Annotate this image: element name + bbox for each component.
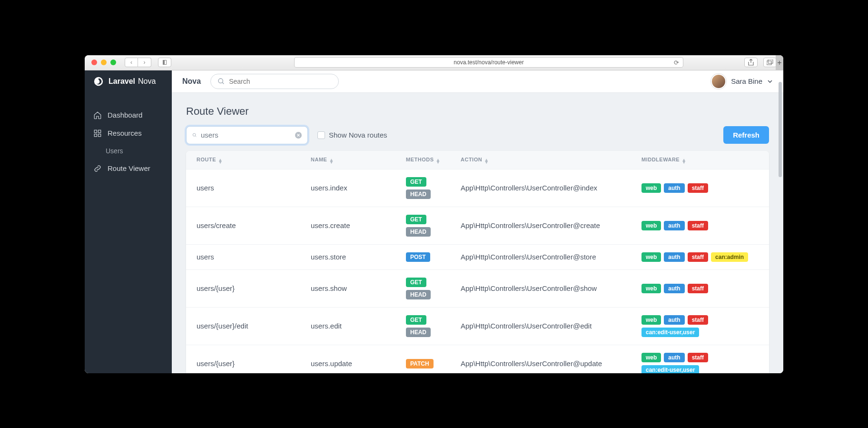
home-icon — [93, 111, 102, 119]
sidebar-label-resources: Resources — [108, 129, 142, 137]
cell-middleware: webauthstaffcan:edit-user,user — [636, 345, 769, 373]
middleware-badge: web — [641, 252, 661, 262]
cell-name: users.index — [305, 169, 400, 207]
cell-name: users.store — [305, 244, 400, 269]
reload-icon[interactable]: ⟳ — [674, 59, 679, 66]
cell-action: App\Http\Controllers\UserController@upda… — [455, 345, 636, 373]
cell-route: users/create — [186, 207, 305, 244]
table-row: users users.store POST App\Http\Controll… — [186, 244, 769, 269]
share-button[interactable] — [744, 58, 758, 67]
middleware-badge: web — [641, 284, 661, 293]
method-badge: GET — [406, 215, 426, 224]
sort-icon: ▲▼ — [218, 159, 223, 163]
middleware-badge: auth — [664, 252, 684, 262]
minimize-window-button[interactable] — [101, 60, 107, 65]
middleware-badge: web — [641, 183, 661, 193]
search-icon — [192, 131, 197, 139]
method-badge: GET — [406, 177, 426, 187]
brand-name-1: Laravel — [108, 77, 135, 86]
cell-middleware: webauthstaffcan:admin — [636, 244, 769, 269]
sidebar: Laravel Nova Dashboard Resources Users R… — [85, 70, 172, 373]
close-window-button[interactable] — [91, 60, 97, 65]
search-icon — [217, 78, 225, 85]
cell-action: App\Http\Controllers\UserController@crea… — [455, 207, 636, 244]
cell-methods: GETHEAD — [400, 207, 455, 244]
checkbox-icon — [317, 131, 325, 139]
grid-icon — [93, 129, 102, 138]
middleware-badge: auth — [664, 284, 684, 293]
middleware-badge: web — [641, 221, 661, 230]
routes-table-card: Route▲▼ Name▲▼ Methods▲▼ Action▲▼ Middle… — [186, 151, 769, 373]
sort-icon: ▲▼ — [681, 159, 686, 163]
clear-filter-icon[interactable] — [295, 132, 302, 139]
svg-rect-5 — [99, 134, 101, 136]
col-action[interactable]: Action▲▼ — [455, 151, 636, 169]
middleware-badge: can:admin — [711, 252, 748, 262]
filter-input[interactable] — [201, 131, 291, 139]
middleware-badge: staff — [688, 353, 708, 362]
cell-name: users.update — [305, 345, 400, 373]
cell-route: users/{user} — [186, 269, 305, 307]
global-search-input[interactable] — [229, 78, 332, 85]
tabs-button[interactable] — [763, 58, 777, 67]
middleware-badge: staff — [688, 183, 708, 193]
user-menu[interactable]: Sara Bine — [711, 74, 773, 89]
col-methods[interactable]: Methods▲▼ — [400, 151, 455, 169]
cell-middleware: webauthstaff — [636, 169, 769, 207]
middleware-badge: auth — [664, 221, 684, 230]
method-badge: HEAD — [406, 290, 431, 299]
refresh-button[interactable]: Refresh — [723, 126, 769, 144]
table-row: users/{user} users.show GETHEAD App\Http… — [186, 269, 769, 307]
back-button[interactable]: ‹ — [125, 58, 138, 67]
chevron-down-icon — [767, 79, 773, 84]
sidebar-item-resources[interactable]: Resources — [85, 124, 172, 142]
scrollbar[interactable] — [779, 82, 782, 177]
topbar: Nova Sara Bine — [172, 70, 783, 93]
table-row: users users.index GETHEAD App\Http\Contr… — [186, 169, 769, 207]
middleware-badge: staff — [688, 284, 708, 293]
sort-icon: ▲▼ — [484, 159, 489, 163]
middleware-badge: auth — [664, 315, 684, 325]
sidebar-toggle-button[interactable] — [158, 58, 171, 67]
table-row: users/{user} users.update PATCH App\Http… — [186, 345, 769, 373]
sidebar-item-users[interactable]: Users — [85, 142, 172, 159]
svg-rect-4 — [94, 134, 97, 136]
svg-rect-0 — [767, 61, 771, 65]
global-search[interactable] — [210, 74, 339, 89]
maximize-window-button[interactable] — [110, 60, 116, 65]
middleware-badge: web — [641, 353, 661, 362]
cell-action: App\Http\Controllers\UserController@show — [455, 269, 636, 307]
col-route[interactable]: Route▲▼ — [186, 151, 305, 169]
middleware-badge: staff — [688, 221, 708, 230]
filter-search[interactable] — [186, 126, 308, 144]
new-tab-button[interactable]: + — [776, 55, 783, 70]
method-badge: POST — [406, 252, 430, 262]
method-badge: HEAD — [406, 328, 431, 337]
col-middleware[interactable]: Middleware▲▼ — [636, 151, 769, 169]
cell-middleware: webauthstaff — [636, 269, 769, 307]
cell-route: users — [186, 244, 305, 269]
cell-methods: PATCH — [400, 345, 455, 373]
method-badge: GET — [406, 315, 426, 325]
url-bar[interactable]: nova.test/nova/route-viewer ⟳ — [294, 57, 683, 68]
cell-middleware: webauthstaffcan:edit-user,user — [636, 307, 769, 345]
sidebar-item-route-viewer[interactable]: Route Viewer — [85, 159, 172, 178]
forward-button[interactable]: › — [138, 58, 151, 67]
table-row: users/create users.create GETHEAD App\Ht… — [186, 207, 769, 244]
brand-logo[interactable]: Laravel Nova — [85, 70, 172, 93]
cell-route: users/{user} — [186, 345, 305, 373]
middleware-badge: staff — [688, 252, 708, 262]
cell-route: users/{user}/edit — [186, 307, 305, 345]
user-name: Sara Bine — [731, 77, 762, 85]
cell-methods: GETHEAD — [400, 307, 455, 345]
middleware-badge: auth — [664, 183, 684, 193]
cell-methods: GETHEAD — [400, 169, 455, 207]
method-badge: HEAD — [406, 227, 431, 237]
svg-rect-2 — [94, 130, 97, 132]
show-nova-routes-toggle[interactable]: Show Nova routes — [317, 131, 387, 139]
sidebar-item-dashboard[interactable]: Dashboard — [85, 106, 172, 124]
cell-route: users — [186, 169, 305, 207]
col-name[interactable]: Name▲▼ — [305, 151, 400, 169]
sidebar-label-users: Users — [106, 147, 123, 155]
cell-action: App\Http\Controllers\UserController@stor… — [455, 244, 636, 269]
